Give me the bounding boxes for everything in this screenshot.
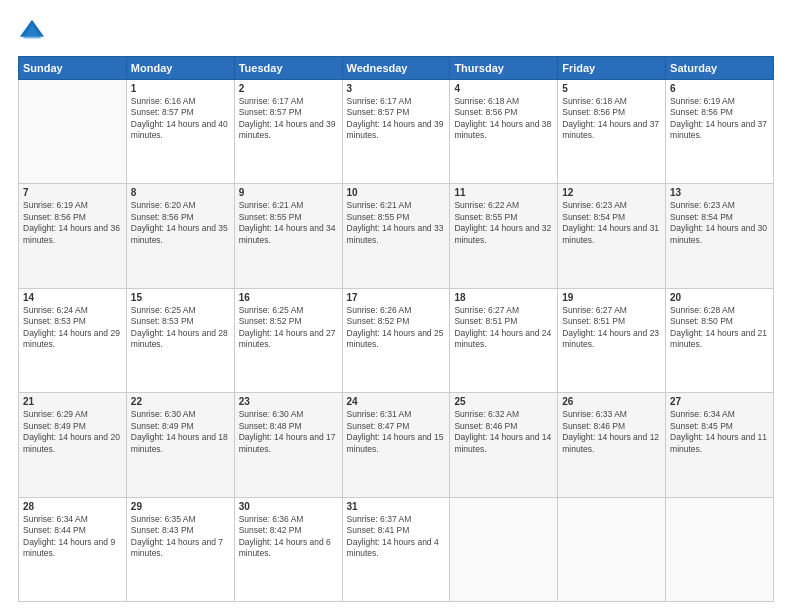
- calendar-cell: 19Sunrise: 6:27 AMSunset: 8:51 PMDayligh…: [558, 288, 666, 392]
- day-number: 21: [23, 396, 122, 407]
- day-number: 13: [670, 187, 769, 198]
- calendar-cell: 11Sunrise: 6:22 AMSunset: 8:55 PMDayligh…: [450, 184, 558, 288]
- day-number: 16: [239, 292, 338, 303]
- day-info: Sunrise: 6:18 AMSunset: 8:56 PMDaylight:…: [454, 96, 553, 142]
- day-info: Sunrise: 6:29 AMSunset: 8:49 PMDaylight:…: [23, 409, 122, 455]
- calendar-cell: 26Sunrise: 6:33 AMSunset: 8:46 PMDayligh…: [558, 393, 666, 497]
- day-info: Sunrise: 6:17 AMSunset: 8:57 PMDaylight:…: [347, 96, 446, 142]
- day-info: Sunrise: 6:24 AMSunset: 8:53 PMDaylight:…: [23, 305, 122, 351]
- calendar-header-row: SundayMondayTuesdayWednesdayThursdayFrid…: [19, 57, 774, 80]
- day-number: 25: [454, 396, 553, 407]
- day-number: 31: [347, 501, 446, 512]
- day-info: Sunrise: 6:16 AMSunset: 8:57 PMDaylight:…: [131, 96, 230, 142]
- calendar-cell: 13Sunrise: 6:23 AMSunset: 8:54 PMDayligh…: [666, 184, 774, 288]
- day-number: 17: [347, 292, 446, 303]
- logo: [18, 18, 50, 46]
- day-info: Sunrise: 6:17 AMSunset: 8:57 PMDaylight:…: [239, 96, 338, 142]
- day-number: 10: [347, 187, 446, 198]
- day-number: 14: [23, 292, 122, 303]
- day-number: 29: [131, 501, 230, 512]
- day-number: 15: [131, 292, 230, 303]
- day-number: 7: [23, 187, 122, 198]
- calendar-cell: 31Sunrise: 6:37 AMSunset: 8:41 PMDayligh…: [342, 497, 450, 601]
- day-number: 24: [347, 396, 446, 407]
- day-info: Sunrise: 6:30 AMSunset: 8:48 PMDaylight:…: [239, 409, 338, 455]
- day-number: 27: [670, 396, 769, 407]
- day-number: 11: [454, 187, 553, 198]
- day-info: Sunrise: 6:35 AMSunset: 8:43 PMDaylight:…: [131, 514, 230, 560]
- calendar-cell: 23Sunrise: 6:30 AMSunset: 8:48 PMDayligh…: [234, 393, 342, 497]
- day-number: 2: [239, 83, 338, 94]
- day-info: Sunrise: 6:26 AMSunset: 8:52 PMDaylight:…: [347, 305, 446, 351]
- calendar-cell: 30Sunrise: 6:36 AMSunset: 8:42 PMDayligh…: [234, 497, 342, 601]
- day-info: Sunrise: 6:18 AMSunset: 8:56 PMDaylight:…: [562, 96, 661, 142]
- calendar-week-row: 28Sunrise: 6:34 AMSunset: 8:44 PMDayligh…: [19, 497, 774, 601]
- calendar-cell: 28Sunrise: 6:34 AMSunset: 8:44 PMDayligh…: [19, 497, 127, 601]
- day-number: 3: [347, 83, 446, 94]
- calendar-cell: 1Sunrise: 6:16 AMSunset: 8:57 PMDaylight…: [126, 80, 234, 184]
- logo-icon: [18, 18, 46, 46]
- day-info: Sunrise: 6:23 AMSunset: 8:54 PMDaylight:…: [562, 200, 661, 246]
- calendar-header-tuesday: Tuesday: [234, 57, 342, 80]
- day-number: 28: [23, 501, 122, 512]
- day-info: Sunrise: 6:25 AMSunset: 8:53 PMDaylight:…: [131, 305, 230, 351]
- day-info: Sunrise: 6:27 AMSunset: 8:51 PMDaylight:…: [454, 305, 553, 351]
- day-number: 23: [239, 396, 338, 407]
- calendar-header-wednesday: Wednesday: [342, 57, 450, 80]
- header: [18, 18, 774, 46]
- day-info: Sunrise: 6:32 AMSunset: 8:46 PMDaylight:…: [454, 409, 553, 455]
- day-number: 8: [131, 187, 230, 198]
- calendar-cell: 21Sunrise: 6:29 AMSunset: 8:49 PMDayligh…: [19, 393, 127, 497]
- calendar-cell: 22Sunrise: 6:30 AMSunset: 8:49 PMDayligh…: [126, 393, 234, 497]
- calendar-cell: [558, 497, 666, 601]
- day-info: Sunrise: 6:22 AMSunset: 8:55 PMDaylight:…: [454, 200, 553, 246]
- calendar-table: SundayMondayTuesdayWednesdayThursdayFrid…: [18, 56, 774, 602]
- calendar-cell: 10Sunrise: 6:21 AMSunset: 8:55 PMDayligh…: [342, 184, 450, 288]
- calendar-cell: 27Sunrise: 6:34 AMSunset: 8:45 PMDayligh…: [666, 393, 774, 497]
- day-info: Sunrise: 6:19 AMSunset: 8:56 PMDaylight:…: [23, 200, 122, 246]
- day-info: Sunrise: 6:34 AMSunset: 8:45 PMDaylight:…: [670, 409, 769, 455]
- calendar-cell: 25Sunrise: 6:32 AMSunset: 8:46 PMDayligh…: [450, 393, 558, 497]
- day-info: Sunrise: 6:37 AMSunset: 8:41 PMDaylight:…: [347, 514, 446, 560]
- page: SundayMondayTuesdayWednesdayThursdayFrid…: [0, 0, 792, 612]
- day-info: Sunrise: 6:30 AMSunset: 8:49 PMDaylight:…: [131, 409, 230, 455]
- calendar-week-row: 7Sunrise: 6:19 AMSunset: 8:56 PMDaylight…: [19, 184, 774, 288]
- day-number: 12: [562, 187, 661, 198]
- calendar-header-sunday: Sunday: [19, 57, 127, 80]
- calendar-cell: 9Sunrise: 6:21 AMSunset: 8:55 PMDaylight…: [234, 184, 342, 288]
- calendar-week-row: 1Sunrise: 6:16 AMSunset: 8:57 PMDaylight…: [19, 80, 774, 184]
- calendar-cell: 18Sunrise: 6:27 AMSunset: 8:51 PMDayligh…: [450, 288, 558, 392]
- day-info: Sunrise: 6:34 AMSunset: 8:44 PMDaylight:…: [23, 514, 122, 560]
- calendar-cell: 16Sunrise: 6:25 AMSunset: 8:52 PMDayligh…: [234, 288, 342, 392]
- calendar-week-row: 14Sunrise: 6:24 AMSunset: 8:53 PMDayligh…: [19, 288, 774, 392]
- day-number: 30: [239, 501, 338, 512]
- day-number: 18: [454, 292, 553, 303]
- calendar-cell: 7Sunrise: 6:19 AMSunset: 8:56 PMDaylight…: [19, 184, 127, 288]
- calendar-cell: 3Sunrise: 6:17 AMSunset: 8:57 PMDaylight…: [342, 80, 450, 184]
- day-info: Sunrise: 6:23 AMSunset: 8:54 PMDaylight:…: [670, 200, 769, 246]
- calendar-cell: 4Sunrise: 6:18 AMSunset: 8:56 PMDaylight…: [450, 80, 558, 184]
- day-info: Sunrise: 6:33 AMSunset: 8:46 PMDaylight:…: [562, 409, 661, 455]
- calendar-header-thursday: Thursday: [450, 57, 558, 80]
- day-info: Sunrise: 6:36 AMSunset: 8:42 PMDaylight:…: [239, 514, 338, 560]
- day-number: 4: [454, 83, 553, 94]
- calendar-cell: 14Sunrise: 6:24 AMSunset: 8:53 PMDayligh…: [19, 288, 127, 392]
- calendar-cell: 5Sunrise: 6:18 AMSunset: 8:56 PMDaylight…: [558, 80, 666, 184]
- day-number: 9: [239, 187, 338, 198]
- calendar-cell: [450, 497, 558, 601]
- day-info: Sunrise: 6:21 AMSunset: 8:55 PMDaylight:…: [347, 200, 446, 246]
- calendar-cell: 6Sunrise: 6:19 AMSunset: 8:56 PMDaylight…: [666, 80, 774, 184]
- calendar-cell: 20Sunrise: 6:28 AMSunset: 8:50 PMDayligh…: [666, 288, 774, 392]
- calendar-cell: [666, 497, 774, 601]
- day-number: 20: [670, 292, 769, 303]
- day-info: Sunrise: 6:21 AMSunset: 8:55 PMDaylight:…: [239, 200, 338, 246]
- calendar-cell: 2Sunrise: 6:17 AMSunset: 8:57 PMDaylight…: [234, 80, 342, 184]
- calendar-cell: 8Sunrise: 6:20 AMSunset: 8:56 PMDaylight…: [126, 184, 234, 288]
- day-number: 6: [670, 83, 769, 94]
- day-info: Sunrise: 6:19 AMSunset: 8:56 PMDaylight:…: [670, 96, 769, 142]
- day-info: Sunrise: 6:31 AMSunset: 8:47 PMDaylight:…: [347, 409, 446, 455]
- calendar-header-monday: Monday: [126, 57, 234, 80]
- calendar-cell: 29Sunrise: 6:35 AMSunset: 8:43 PMDayligh…: [126, 497, 234, 601]
- day-number: 1: [131, 83, 230, 94]
- calendar-cell: 24Sunrise: 6:31 AMSunset: 8:47 PMDayligh…: [342, 393, 450, 497]
